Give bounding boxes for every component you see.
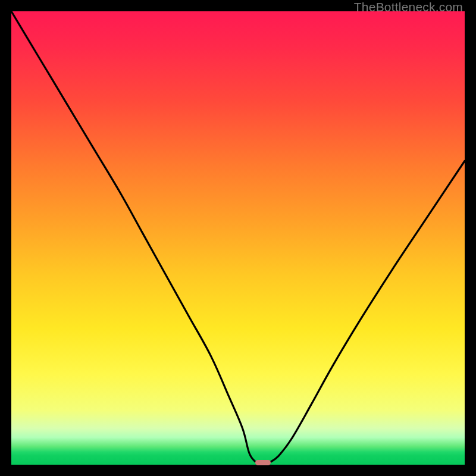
bottleneck-curve bbox=[11, 11, 465, 465]
bottleneck-curve-svg bbox=[11, 11, 465, 465]
watermark-text: TheBottleneck.com bbox=[354, 0, 463, 14]
chart-frame: TheBottleneck.com bbox=[0, 0, 476, 476]
min-marker bbox=[255, 460, 271, 465]
